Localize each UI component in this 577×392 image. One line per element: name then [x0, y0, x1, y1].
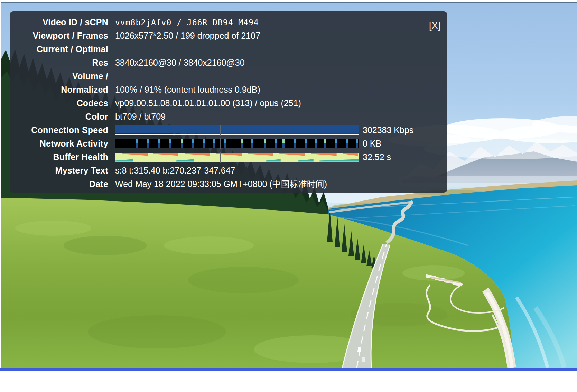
row-label: Res [10, 58, 108, 68]
stats-for-nerds-panel: [X] Video ID / sCPN vvm8b2jAfv0 / J66R D… [10, 11, 447, 193]
stats-row-res: Res 3840x2160@30 / 3840x2160@30 [10, 56, 447, 69]
buffer-teal-segment [266, 159, 280, 162]
row-value: 100% / 91% (content loudness 0.9dB) [115, 85, 260, 95]
row-value: 3840x2160@30 / 3840x2160@30 [115, 58, 245, 68]
buffer-teal-segment [176, 159, 194, 162]
buffer-orange-segment [153, 153, 178, 156]
row-label: Viewport / Frames [10, 31, 108, 41]
buffer-orange-segment [122, 153, 148, 156]
stats-row-buffer-health: Buffer Health 32.52 s [10, 150, 447, 164]
buffer-teal-segment [319, 159, 359, 162]
stats-row-mystery-text: Mystery Text s:8 t:315.40 b:270.237-347.… [10, 164, 447, 177]
stats-row-normalized: Normalized 100% / 91% (content loudness … [10, 83, 447, 96]
connection-speed-underline [115, 134, 359, 135]
network-stripe [136, 139, 138, 148]
connection-speed-fill [115, 125, 359, 133]
stats-row-network-activity: Network Activity 0 KB [10, 137, 447, 150]
row-value: bt709 / bt709 [115, 112, 166, 122]
network-stripe [213, 139, 215, 148]
row-label: Buffer Health [10, 152, 108, 162]
row-value: 1026x577*2.50 / 199 dropped of 2107 [115, 31, 260, 41]
network-activity-graph [115, 139, 359, 148]
stats-row-connection-speed: Connection Speed 302383 Kbps [10, 123, 447, 137]
network-stripe [224, 139, 226, 148]
buffer-orange-segment [279, 153, 305, 156]
network-stripe [181, 139, 183, 148]
network-stripe [169, 139, 171, 148]
row-value: 302383 Kbps [363, 125, 413, 135]
network-stripe [275, 139, 277, 148]
network-activity-bar [115, 139, 359, 149]
buffer-teal-segment [115, 159, 133, 162]
row-label: Volume / [10, 71, 108, 81]
playhead-marker [220, 138, 221, 149]
row-value: 32.52 s [363, 152, 391, 162]
network-stripe [346, 139, 348, 148]
row-label: Video ID / sCPN [10, 17, 108, 27]
stats-row-current-optimal: Current / Optimal [10, 43, 447, 56]
connection-speed-bar [115, 125, 359, 136]
network-stripe [315, 139, 317, 148]
row-label: Mystery Text [10, 166, 108, 176]
network-stripe [147, 139, 149, 148]
row-label: Normalized [10, 85, 108, 95]
network-stripe [324, 139, 326, 148]
row-value: vp09.00.51.08.01.01.01.01.00 (313) / opu… [115, 98, 301, 108]
stats-row-codecs: Codecs vp09.00.51.08.01.01.01.01.00 (313… [10, 96, 447, 110]
playhead-marker [220, 152, 221, 163]
row-value: Wed May 18 2022 09:33:05 GMT+0800 (中国标准时… [115, 178, 327, 190]
stats-row-video-id: Video ID / sCPN vvm8b2jAfv0 / J66R DB94 … [10, 16, 447, 29]
video-progress-bar[interactable] [0, 368, 577, 371]
network-stripe [335, 139, 337, 148]
network-stripe [294, 139, 296, 148]
row-label: Color [10, 112, 108, 122]
video-player[interactable]: [X] Video ID / sCPN vvm8b2jAfv0 / J66R D… [1, 3, 577, 368]
stats-row-volume: Volume / [10, 69, 447, 83]
network-stripe [282, 139, 285, 148]
row-value: s:8 t:315.40 b:270.237-347.647 [115, 166, 235, 176]
close-button[interactable]: [X] [429, 20, 440, 31]
stats-row-date: Date Wed May 18 2022 09:33:05 GMT+0800 (… [10, 177, 447, 191]
row-label: Connection Speed [10, 125, 108, 135]
row-label: Codecs [10, 98, 108, 108]
network-stripe [264, 139, 266, 148]
network-stripe [192, 139, 194, 148]
row-label: Date [10, 179, 108, 189]
buffer-health-graph [115, 153, 359, 162]
network-stripe [241, 139, 243, 148]
buffer-orange-segment [311, 153, 337, 156]
stats-row-color: Color bt709 / bt709 [10, 110, 447, 123]
stats-row-viewport: Viewport / Frames 1026x577*2.50 / 199 dr… [10, 29, 447, 43]
playhead-marker [220, 125, 221, 136]
buffer-teal-segment [298, 159, 314, 162]
buffer-health-bar [115, 152, 359, 162]
network-stripe [158, 139, 160, 148]
network-stripe [203, 139, 205, 148]
network-stripe [305, 139, 307, 148]
row-value: vvm8b2jAfv0 / J66R DB94 M494 [115, 18, 259, 27]
row-label: Network Activity [10, 139, 108, 149]
buffer-orange-segment [248, 153, 273, 156]
row-value: 0 KB [363, 139, 381, 149]
buffer-orange-segment [185, 153, 210, 156]
network-stripe [251, 139, 253, 148]
buffer-orange-segment [343, 153, 358, 156]
row-label: Current / Optimal [10, 44, 108, 54]
network-stripe [356, 139, 358, 148]
